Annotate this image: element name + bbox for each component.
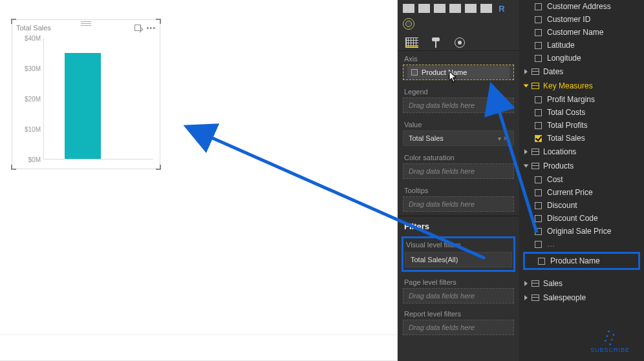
table-label: Sales	[543, 279, 563, 288]
visual-filter-text: Total Sales(All)	[411, 256, 458, 263]
remove-value-icon[interactable]: ▾ ✕	[498, 135, 508, 142]
field-checkbox[interactable]	[535, 16, 542, 23]
field-row[interactable]: Customer ID	[519, 13, 644, 26]
field-label: Total Sales	[547, 134, 585, 143]
table-icon	[531, 163, 539, 169]
table-group-sales[interactable]: Sales	[519, 276, 644, 291]
field-label: Latitude	[547, 41, 575, 50]
drag-handle-icon[interactable]	[81, 21, 91, 26]
expand-icon[interactable]	[524, 69, 528, 74]
viz-type-icon[interactable]	[480, 4, 492, 13]
field-checkbox[interactable]	[535, 3, 542, 10]
colorsat-field-well[interactable]: Drag data fields here	[403, 163, 514, 179]
field-row[interactable]: Customer Name	[519, 26, 644, 39]
axis-section-label: Axis	[398, 51, 519, 65]
field-label: Discount Code	[547, 214, 598, 223]
viz-type-icon[interactable]	[434, 4, 445, 13]
field-row[interactable]: Longitude	[519, 52, 644, 65]
visualizations-panel: R Axis Product Name Legend Drag data fie…	[398, 0, 519, 361]
viz-type-icon[interactable]	[465, 4, 477, 13]
focus-mode-icon[interactable]	[134, 25, 141, 31]
field-label: Customer Name	[547, 28, 603, 37]
field-checkbox[interactable]	[535, 96, 542, 103]
value-field-row[interactable]: Total Sales ▾ ✕	[403, 130, 514, 146]
field-row-truncated[interactable]: …	[519, 238, 644, 251]
field-checkbox[interactable]	[535, 135, 542, 142]
field-checkbox[interactable]	[535, 189, 542, 196]
viz-type-icon[interactable]	[449, 4, 461, 13]
legend-section-label: Legend	[398, 84, 519, 98]
field-checkbox[interactable]	[535, 109, 542, 116]
fields-panel: Customer AddressCustomer IDCustomer Name…	[519, 0, 644, 361]
table-group-salespeople[interactable]: Salespeople	[519, 291, 644, 305]
analytics-tab-icon[interactable]	[455, 37, 465, 48]
field-checkbox[interactable]	[535, 202, 542, 209]
bar-series-0[interactable]	[65, 53, 101, 159]
field-label: Original Sale Price	[547, 227, 611, 236]
axis-field-pill[interactable]: Product Name	[407, 66, 510, 79]
field-row[interactable]: Original Sale Price	[519, 225, 644, 238]
tooltips-field-well[interactable]: Drag data fields here	[403, 196, 514, 212]
product-name-highlight-annotation: Product Name	[523, 252, 640, 270]
field-row[interactable]: Total Sales	[519, 132, 644, 145]
expand-icon[interactable]	[524, 295, 528, 300]
y-tick-label: $10M	[16, 126, 41, 133]
chart-plot-area: $0M$10M$20M$30M$40M	[16, 36, 156, 165]
field-checkbox[interactable]	[535, 42, 542, 49]
expand-icon[interactable]	[524, 149, 528, 154]
visual-filter-row[interactable]: Total Sales(All)	[405, 252, 512, 267]
axis-field-name: Product Name	[422, 68, 467, 76]
field-row-product-name[interactable]: Product Name	[538, 256, 634, 265]
field-label: Current Price	[547, 188, 593, 197]
field-label: Discount	[547, 201, 577, 210]
collapse-icon[interactable]	[524, 165, 529, 168]
resize-handle-bl[interactable]	[11, 165, 16, 170]
table-icon	[531, 294, 539, 301]
viz-tabs	[398, 32, 519, 51]
table-group-key-measures[interactable]: Key Measures	[519, 79, 644, 93]
fields-tab-icon[interactable]	[405, 37, 418, 48]
field-row[interactable]: Discount	[519, 199, 644, 212]
viz-type-icon[interactable]	[403, 4, 414, 13]
field-row[interactable]: Discount Code	[519, 212, 644, 225]
field-checkbox[interactable]	[535, 122, 542, 129]
format-tab-icon[interactable]	[430, 37, 443, 48]
field-row[interactable]: Total Costs	[519, 106, 644, 119]
field-row[interactable]: Cost	[519, 173, 644, 186]
viz-type-icon[interactable]	[418, 4, 430, 13]
r-script-visual-icon[interactable]: R	[496, 4, 508, 13]
field-label: Longitude	[547, 54, 581, 63]
field-row[interactable]: Total Profits	[519, 119, 644, 132]
filters-header: Filters	[398, 216, 519, 235]
field-row[interactable]: Current Price	[519, 186, 644, 199]
plot-region	[43, 38, 153, 160]
field-checkbox[interactable]	[535, 55, 542, 62]
field-checkbox[interactable]	[535, 241, 542, 248]
table-icon	[531, 280, 539, 287]
field-checkbox[interactable]	[535, 228, 542, 235]
table-group-dates[interactable]: Dates	[519, 65, 644, 79]
field-checkbox[interactable]	[535, 29, 542, 36]
resize-handle-br[interactable]	[156, 165, 161, 170]
more-options-icon[interactable]: •••	[146, 24, 156, 32]
field-checkbox[interactable]	[535, 215, 542, 222]
custom-visual-store-icon[interactable]	[403, 18, 414, 30]
table-label: Locations	[543, 147, 576, 156]
report-canvas[interactable]: Total Sales ••• $0M$10M$20M$30M$40M	[0, 0, 398, 361]
field-row[interactable]: Customer Address	[519, 0, 644, 13]
field-row[interactable]: Profit Margins	[519, 93, 644, 106]
table-group-products[interactable]: Products	[519, 159, 644, 173]
field-pill-checkbox-icon[interactable]	[411, 69, 418, 76]
report-filters-well[interactable]: Drag data fields here	[403, 320, 514, 335]
chart-visual[interactable]: Total Sales ••• $0M$10M$20M$30M$40M	[12, 19, 160, 169]
field-label: Cost	[547, 175, 563, 184]
axis-field-well[interactable]: Product Name	[403, 65, 514, 80]
expand-icon[interactable]	[524, 281, 528, 286]
table-group-locations[interactable]: Locations	[519, 145, 644, 159]
collapse-icon[interactable]	[524, 85, 529, 88]
page-filters-well[interactable]: Drag data fields here	[403, 288, 514, 304]
field-checkbox[interactable]	[535, 176, 542, 183]
legend-field-well[interactable]: Drag data fields here	[403, 98, 514, 113]
field-row[interactable]: Latitude	[519, 39, 644, 52]
field-checkbox[interactable]	[538, 258, 545, 265]
